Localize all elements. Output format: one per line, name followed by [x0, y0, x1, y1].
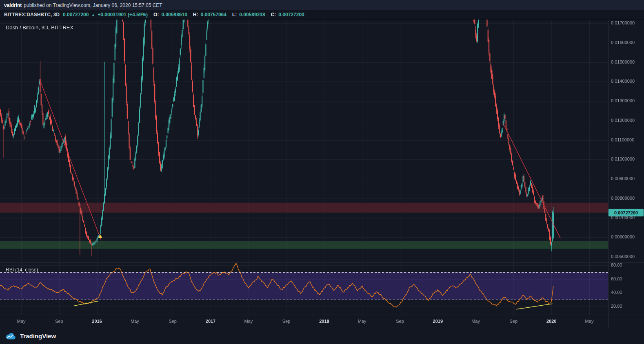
chart-legend[interactable]: Dash / Bitcoin, 3D, BITTREX [6, 24, 73, 31]
last-price-value: 0.00727200 [63, 12, 89, 18]
chart-area[interactable]: Dash / Bitcoin, 3D, BITTREX RSI (14, clo… [0, 20, 644, 328]
symbol-name[interactable]: BITTREX:DASHBTC, 3D [4, 12, 60, 18]
low-label: L: [232, 12, 237, 18]
open-label: O: [153, 12, 159, 18]
symbol-info-bar: BITTREX:DASHBTC, 3D 0.00727200 ▲ +0.0003… [0, 10, 644, 20]
high-value: 0.00757064 [201, 12, 227, 18]
footer-bar: TradingView [0, 328, 644, 344]
high-label: H: [193, 12, 198, 18]
close-value: 0.00727200 [278, 12, 304, 18]
open-value: 0.00598610 [161, 12, 187, 18]
last-price-label: 0.00727200 [608, 209, 644, 216]
price-change: +0.00031901 (+4.59%) [98, 12, 148, 18]
tradingview-snapshot: valdrint published on TradingView.com, J… [0, 0, 644, 344]
close-label: C: [271, 12, 276, 18]
rsi-legend[interactable]: RSI (14, close) [6, 267, 38, 273]
low-value: 0.00589238 [239, 12, 265, 18]
author-link[interactable]: valdrint [4, 2, 22, 8]
up-arrow-icon: ▲ [91, 13, 95, 17]
tradingview-logo-icon[interactable] [5, 333, 16, 340]
price-chart-canvas[interactable] [0, 20, 644, 328]
tradingview-brand[interactable]: TradingView [20, 333, 56, 340]
publish-bar: valdrint published on TradingView.com, J… [0, 0, 644, 10]
publish-info: published on TradingView.com, January 06… [24, 2, 162, 8]
